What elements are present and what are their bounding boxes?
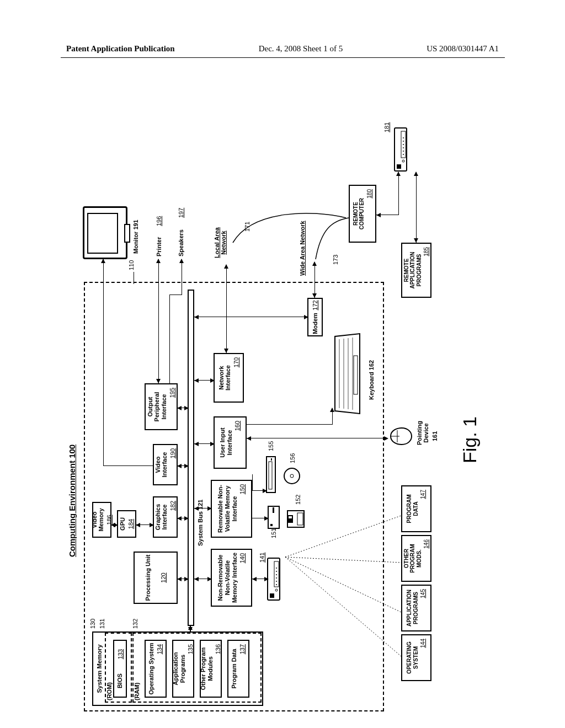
- output-peripheral-interface-box: Output Peripheral Interface 195: [145, 383, 178, 430]
- wire-vid-monitor-h: [103, 444, 104, 466]
- gpu-label: GPU: [119, 517, 126, 531]
- optical-drive-icon: [263, 452, 280, 494]
- arrow-gfx: [150, 523, 154, 527]
- ram-label: (RAM): [134, 683, 140, 700]
- printer-ref: 196: [156, 216, 162, 226]
- arrow-nif-u: [194, 378, 199, 383]
- graphics-interface-label: Graphics Interface: [154, 499, 168, 536]
- hdd-pdata-box: PROGRAM DATA 147: [401, 485, 431, 532]
- arrow-gfx-u: [177, 516, 182, 521]
- svg-point-40: [403, 147, 404, 148]
- nrnv-ref: 140: [239, 553, 246, 563]
- arrow-vid-d: [184, 464, 189, 468]
- arrow-printer-l: [156, 379, 161, 383]
- other-mods-box: Other Program Modules 136: [200, 640, 222, 698]
- uii-ref: 160: [234, 421, 241, 431]
- printer-label: Printer: [156, 237, 162, 256]
- nrnv-interface-box: Non-Removable Non-Volatile Memory Interf…: [211, 549, 252, 607]
- hdd-pdata-label: PROGRAM DATA: [406, 488, 419, 530]
- arrow-lan-l: [224, 349, 228, 353]
- arrow-floppy-d: [264, 516, 269, 521]
- svg-marker-28: [335, 334, 360, 414]
- hdd-other-label: OTHER PROGRAM MODS.: [403, 537, 423, 580]
- wire-opi-speakers-h: [169, 295, 170, 383]
- header-left: Patent Application Publication: [66, 44, 175, 53]
- svg-point-4: [276, 584, 277, 585]
- arrow-gpu-u: [136, 523, 140, 527]
- arrow-speakers: [179, 259, 184, 263]
- wire-rnv-optical2: [252, 474, 253, 491]
- monitor-screen: [87, 213, 118, 254]
- dotted-trace: [285, 466, 412, 659]
- mouse-label: Pointing Device: [416, 414, 429, 452]
- ref-110: 110: [128, 260, 135, 270]
- keyboard-label: Keyboard 162: [368, 360, 375, 400]
- nif-label: Network Interface: [218, 355, 232, 400]
- arrow-wan-l: [312, 293, 317, 298]
- hdd-os-box: OPERATING SYSTEM 144: [401, 634, 431, 681]
- os-box: Operating System 134: [145, 640, 167, 698]
- ref-181: 181: [383, 122, 390, 132]
- arrow-remote-u: [376, 213, 381, 217]
- svg-line-25: [285, 516, 401, 557]
- lan-label: Local Area Network: [214, 221, 227, 265]
- arrow-gpu-d: [114, 523, 118, 527]
- arrow-optical-d: [263, 489, 267, 493]
- svg-point-42: [403, 141, 404, 142]
- ref-156: 156: [289, 453, 296, 463]
- hdd-os-label: OPERATING SYSTEM: [406, 636, 419, 679]
- network-interface-box: Network Interface 170: [214, 353, 244, 403]
- wire-remote-tower-h: [398, 172, 399, 215]
- arrow-monitor: [101, 259, 105, 263]
- uii-label: User Input Interface: [219, 419, 233, 467]
- video-interface-ref: 190: [169, 448, 177, 458]
- arrow-opi-u: [177, 406, 182, 410]
- svg-point-39: [403, 151, 404, 152]
- hdd-app-label: APPLICATION PROGRAMS: [406, 587, 419, 629]
- arrow-modem-d: [304, 315, 308, 319]
- floppy-drive-icon: [265, 499, 282, 529]
- remote-computer-ref: 180: [366, 189, 373, 199]
- keyboard-icon: [329, 331, 368, 416]
- other-mods-ref: 136: [215, 644, 222, 654]
- pdata-box: Program Data 137: [227, 640, 249, 698]
- processing-unit-ref: 120: [160, 572, 167, 582]
- ref-155: 155: [268, 441, 274, 451]
- arrow-bus-l: [188, 625, 193, 630]
- arrow-nrnv-u: [194, 577, 199, 581]
- svg-rect-35: [397, 164, 401, 169]
- svg-line-24: [285, 557, 401, 563]
- mouse-ref: 161: [431, 431, 438, 441]
- remote-computer-box: REMOTE COMPUTER 180: [349, 185, 376, 243]
- processing-unit-box: Processing Unit 120: [134, 552, 178, 604]
- hdd-pdata-ref: 147: [420, 490, 427, 499]
- svg-point-7: [276, 574, 277, 575]
- ref-131: 131: [99, 619, 105, 629]
- other-mods-label: Other Program Modules: [200, 642, 214, 695]
- svg-rect-12: [270, 524, 273, 526]
- modem-ref: 172: [312, 300, 319, 310]
- remote-computer-label: REMOTE COMPUTER: [353, 187, 365, 240]
- svg-line-22: [285, 557, 401, 656]
- bios-box: BIOS 133: [113, 640, 127, 698]
- arrow-rap-l: [414, 238, 418, 243]
- modem-label: Modem: [312, 313, 319, 334]
- hdd-os-ref: 144: [420, 639, 427, 648]
- ref-132: 132: [132, 619, 138, 629]
- svg-rect-19: [271, 458, 272, 461]
- hdd-icon: [263, 552, 285, 601]
- arrow-rnv-d: [207, 506, 212, 511]
- app-label: Application Programs: [172, 642, 186, 695]
- nrnv-label: Non-Removable Non-Volatile Memory Interf…: [217, 551, 238, 604]
- opi-ref: 195: [169, 388, 176, 398]
- gpu-box: GPU 184: [117, 510, 136, 538]
- monitor-base: [124, 224, 130, 243]
- diagram-stage: Computing Environment 100 110 System Mem…: [67, 116, 498, 722]
- arrow-mouse-d: [384, 436, 388, 441]
- ref-173: 173: [332, 255, 339, 265]
- svg-line-23: [285, 557, 401, 612]
- arrow-lan-r: [224, 264, 228, 269]
- nif-ref: 170: [233, 357, 240, 367]
- arrow-hdd-u: [252, 577, 257, 581]
- arrow-printer: [156, 259, 161, 263]
